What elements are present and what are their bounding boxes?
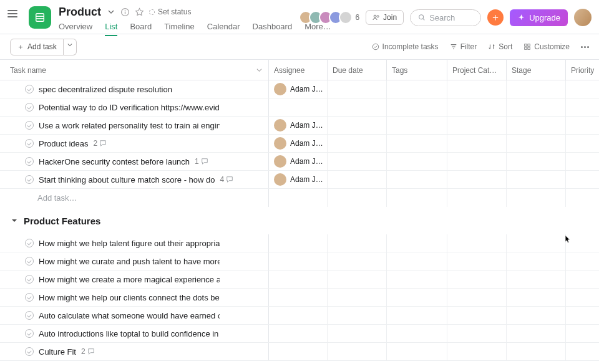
- complete-checkbox[interactable]: [25, 121, 34, 130]
- stage-cell[interactable]: [507, 252, 566, 270]
- column-tags[interactable]: Tags: [387, 60, 447, 81]
- priority-cell[interactable]: [566, 153, 599, 170]
- complete-checkbox[interactable]: [25, 293, 34, 302]
- complete-checkbox[interactable]: [25, 175, 34, 184]
- task-row[interactable]: How might we create a more magical exper…: [0, 271, 599, 289]
- category-cell[interactable]: [447, 80, 507, 98]
- priority-cell[interactable]: [566, 271, 599, 288]
- caret-down-icon[interactable]: [11, 216, 17, 226]
- due-date-cell[interactable]: [328, 289, 387, 306]
- priority-cell[interactable]: [566, 171, 599, 188]
- complete-checkbox[interactable]: [25, 347, 34, 356]
- tags-cell[interactable]: [387, 135, 447, 152]
- stage-cell[interactable]: [507, 325, 566, 342]
- complete-checkbox[interactable]: [25, 257, 34, 266]
- tags-cell[interactable]: [387, 117, 447, 134]
- due-date-cell[interactable]: [328, 271, 387, 288]
- priority-cell[interactable]: [566, 289, 599, 306]
- category-cell[interactable]: [447, 325, 507, 342]
- due-date-cell[interactable]: [328, 80, 387, 98]
- tags-cell[interactable]: [387, 271, 447, 288]
- task-name-cell[interactable]: HackerOne security contest before launch…: [0, 153, 269, 170]
- task-row[interactable]: HackerOne security contest before launch…: [0, 153, 599, 171]
- tags-cell[interactable]: [387, 307, 447, 324]
- join-button[interactable]: Join: [366, 10, 404, 25]
- chevron-down-icon[interactable]: [106, 7, 115, 17]
- task-name-cell[interactable]: Use a work related personality test to t…: [0, 117, 269, 134]
- column-task-name[interactable]: Task name: [10, 60, 269, 81]
- stage-cell[interactable]: [507, 135, 566, 152]
- complete-checkbox[interactable]: [25, 85, 34, 93]
- task-row[interactable]: Use a work related personality test to t…: [0, 117, 599, 135]
- category-cell[interactable]: [447, 289, 507, 306]
- stage-cell[interactable]: [507, 343, 566, 360]
- incomplete-tasks-filter[interactable]: Incomplete tasks: [372, 42, 439, 51]
- set-status-button[interactable]: Set status: [149, 7, 191, 16]
- project-icon[interactable]: [29, 6, 51, 29]
- complete-checkbox[interactable]: [25, 329, 34, 338]
- priority-cell[interactable]: [566, 98, 599, 116]
- filter-button[interactable]: Filter: [450, 42, 477, 51]
- priority-cell[interactable]: [566, 135, 599, 152]
- column-stage[interactable]: Stage: [507, 60, 566, 81]
- task-row[interactable]: Start thinking about culture match score…: [0, 171, 599, 189]
- upgrade-button[interactable]: Upgrade: [510, 9, 568, 26]
- category-cell[interactable]: [447, 307, 507, 324]
- stage-cell[interactable]: [507, 271, 566, 288]
- assignee-cell[interactable]: [269, 325, 328, 342]
- comment-count[interactable]: 4: [220, 175, 234, 184]
- tags-cell[interactable]: [387, 289, 447, 306]
- priority-cell[interactable]: [566, 252, 599, 270]
- task-row[interactable]: Culture Fit 2: [0, 343, 599, 361]
- task-row[interactable]: Auto calculate what someone would have e…: [0, 307, 599, 325]
- stage-cell[interactable]: [507, 80, 566, 98]
- assignee-cell[interactable]: [269, 271, 328, 288]
- star-icon[interactable]: [135, 7, 144, 17]
- stage-cell[interactable]: [507, 289, 566, 306]
- comment-count[interactable]: 2: [81, 347, 95, 356]
- assignee-cell[interactable]: [269, 252, 328, 270]
- hamburger-icon[interactable]: [7, 7, 20, 20]
- task-row[interactable]: Product ideas 2 Adam Jack…: [0, 135, 599, 153]
- tags-cell[interactable]: [387, 98, 447, 116]
- complete-checkbox[interactable]: [25, 275, 34, 284]
- task-name-cell[interactable]: Potential way to do ID verification http…: [0, 98, 269, 116]
- tags-cell[interactable]: [387, 343, 447, 360]
- column-project-category[interactable]: Project Cat…: [447, 60, 507, 81]
- task-name-cell[interactable]: How might we help talent figure out thei…: [0, 234, 269, 252]
- column-assignee[interactable]: Assignee: [269, 60, 328, 81]
- sort-button[interactable]: Sort: [488, 42, 512, 51]
- priority-cell[interactable]: [566, 343, 599, 360]
- task-name-cell[interactable]: Culture Fit 2: [0, 343, 269, 360]
- stage-cell[interactable]: [507, 234, 566, 252]
- category-cell[interactable]: [447, 271, 507, 288]
- column-due-date[interactable]: Due date: [328, 60, 387, 81]
- due-date-cell[interactable]: [328, 171, 387, 188]
- assignee-cell[interactable]: [269, 343, 328, 360]
- due-date-cell[interactable]: [328, 153, 387, 170]
- assignee-cell[interactable]: [269, 289, 328, 306]
- stage-cell[interactable]: [507, 117, 566, 134]
- comment-count[interactable]: 1: [195, 157, 208, 166]
- task-name-cell[interactable]: Auto calculate what someone would have e…: [0, 307, 269, 324]
- member-avatars[interactable]: 6: [299, 11, 359, 24]
- assignee-cell[interactable]: [269, 98, 328, 116]
- comment-count[interactable]: 2: [94, 139, 107, 148]
- due-date-cell[interactable]: [328, 98, 387, 116]
- due-date-cell[interactable]: [328, 135, 387, 152]
- global-add-button[interactable]: ＋: [487, 9, 504, 26]
- add-task-inline[interactable]: Add task…: [0, 189, 599, 207]
- assignee-cell[interactable]: Adam Jack…: [269, 171, 328, 188]
- column-priority[interactable]: Priority: [566, 60, 599, 81]
- due-date-cell[interactable]: [328, 117, 387, 134]
- tags-cell[interactable]: [387, 80, 447, 98]
- priority-cell[interactable]: [566, 307, 599, 324]
- customize-button[interactable]: Customize: [524, 42, 570, 51]
- complete-checkbox[interactable]: [25, 157, 34, 166]
- task-name-cell[interactable]: Product ideas 2: [0, 135, 269, 152]
- current-user-avatar[interactable]: [574, 9, 592, 26]
- tags-cell[interactable]: [387, 325, 447, 342]
- category-cell[interactable]: [447, 171, 507, 188]
- stage-cell[interactable]: [507, 98, 566, 116]
- task-row[interactable]: Potential way to do ID verification http…: [0, 98, 599, 117]
